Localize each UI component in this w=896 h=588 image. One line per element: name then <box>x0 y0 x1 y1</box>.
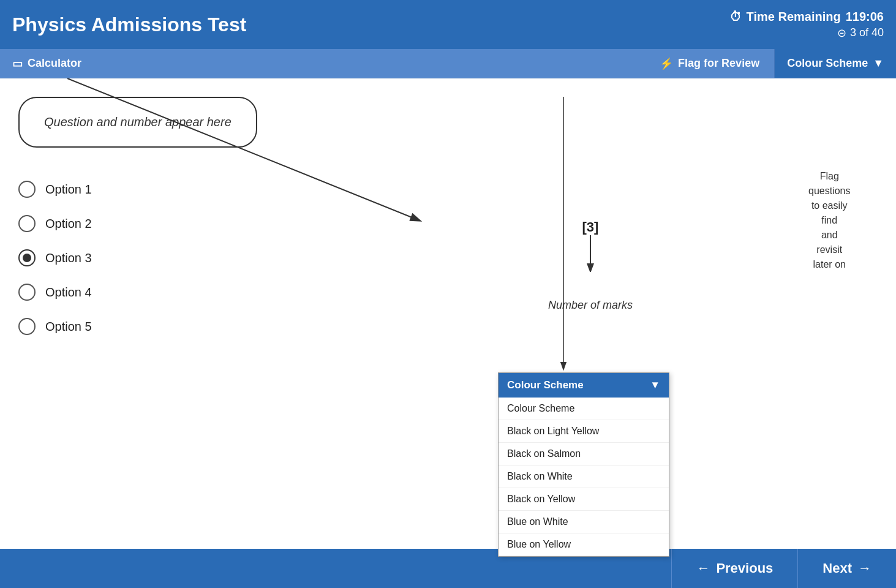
time-remaining: ⏱ Time Remaining 119:06 <box>729 10 884 24</box>
option-label-4: Option 4 <box>45 285 92 300</box>
question-icon: ⊝ <box>837 26 846 40</box>
flag-tooltip: Flag questions to easily find and revisi… <box>808 169 851 272</box>
flag-icon: ⚡ <box>660 57 673 70</box>
option-radio-1[interactable] <box>18 181 36 198</box>
flag-tooltip-line2: and revisit later on <box>813 230 846 270</box>
marks-label: Number of marks <box>548 299 633 312</box>
option-item-5[interactable]: Option 5 <box>18 309 312 344</box>
colour-option-5[interactable]: Blue on White <box>499 511 669 533</box>
colour-dropdown-header[interactable]: Colour Scheme ▼ <box>499 373 669 398</box>
calculator-icon: ▭ <box>12 57 23 70</box>
colour-option-1[interactable]: Black on Light Yellow <box>499 420 669 443</box>
footer: ← Previous Next → <box>0 549 896 588</box>
colour-option-4[interactable]: Black on Yellow <box>499 488 669 511</box>
option-item-3[interactable]: Option 3 <box>18 241 312 275</box>
colour-option-6[interactable]: Blue on Yellow <box>499 533 669 556</box>
colour-scheme-button[interactable]: Colour Scheme ▼ <box>774 49 896 78</box>
colour-option-2[interactable]: Black on Salmon <box>499 443 669 466</box>
calculator-button[interactable]: ▭ Calculator <box>0 49 94 78</box>
calculator-label: Calculator <box>28 57 81 70</box>
option-item-2[interactable]: Option 2 <box>18 206 312 241</box>
time-label: Time Remaining <box>747 10 841 24</box>
next-icon: → <box>858 560 872 576</box>
exam-title: Physics Admissions Test <box>12 13 246 36</box>
next-label: Next <box>823 560 852 576</box>
chevron-down-icon: ▼ <box>873 57 884 70</box>
previous-label: Previous <box>716 560 773 576</box>
colour-dropdown-title: Colour Scheme <box>507 379 584 391</box>
previous-icon: ← <box>696 560 710 576</box>
question-box: Question and number appear here <box>18 97 257 148</box>
option-label-1: Option 1 <box>45 183 92 197</box>
toolbar: ▭ Calculator ⚡ Flag for Review Colour Sc… <box>0 49 896 78</box>
colour-option-3[interactable]: Black on White <box>499 466 669 488</box>
header: Physics Admissions Test ⏱ Time Remaining… <box>0 0 896 49</box>
option-radio-4[interactable] <box>18 284 36 301</box>
colour-scheme-label: Colour Scheme <box>787 57 868 70</box>
option-radio-5[interactable] <box>18 318 36 335</box>
right-panel: Flag questions to easily find and revisi… <box>331 78 718 549</box>
colour-dropdown-chevron: ▼ <box>650 379 660 391</box>
question-text: Question and number appear here <box>44 115 232 129</box>
marks-arrow-svg <box>581 235 600 272</box>
clock-icon: ⏱ <box>729 10 742 24</box>
option-label-5: Option 5 <box>45 320 92 334</box>
main-content: Question and number appear here Option 1… <box>0 78 896 549</box>
question-count-value: 3 of 40 <box>850 26 884 39</box>
option-radio-3[interactable] <box>18 249 36 266</box>
flag-label: Flag for Review <box>678 57 759 70</box>
option-item-1[interactable]: Option 1 <box>18 172 312 206</box>
next-button[interactable]: Next → <box>797 549 896 588</box>
marks-bracket: [3] <box>548 219 633 235</box>
flag-review-button[interactable]: ⚡ Flag for Review <box>645 49 774 78</box>
colour-option-0[interactable]: Colour Scheme <box>499 398 669 420</box>
left-panel: Question and number appear here Option 1… <box>0 78 331 549</box>
marks-annotation: [3] Number of marks <box>548 219 633 312</box>
flag-tooltip-line1: Flag questions to easily find <box>808 171 851 225</box>
option-label-2: Option 2 <box>45 217 92 231</box>
options-list: Option 1 Option 2 Option 3 Option 4 Opti… <box>18 172 312 344</box>
question-count: ⊝ 3 of 40 <box>729 26 884 40</box>
option-radio-2[interactable] <box>18 215 36 232</box>
option-label-3: Option 3 <box>45 251 92 265</box>
previous-button[interactable]: ← Previous <box>671 549 797 588</box>
header-right: ⏱ Time Remaining 119:06 ⊝ 3 of 40 <box>729 10 884 40</box>
colour-scheme-dropdown[interactable]: Colour Scheme ▼ Colour Scheme Black on L… <box>498 372 669 557</box>
option-item-4[interactable]: Option 4 <box>18 275 312 309</box>
time-value: 119:06 <box>846 10 884 24</box>
